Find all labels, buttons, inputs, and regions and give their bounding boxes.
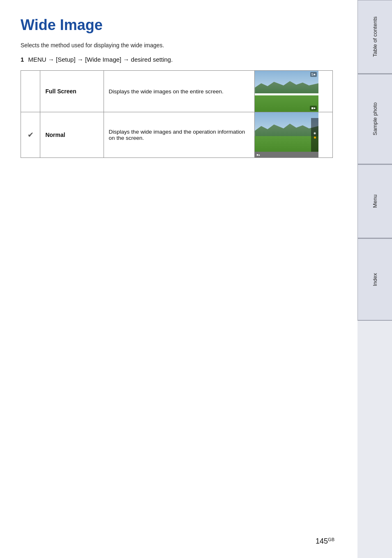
main-content: Wide Image Selects the method used for d… [0, 0, 357, 558]
row-img-full-screen: 5● ■● [255, 71, 333, 112]
settings-table: Full Screen Displays the wide images on … [21, 70, 333, 158]
field-layer [255, 95, 318, 112]
table-row: Full Screen Displays the wide images on … [21, 71, 333, 112]
sidebar: Table of contents Sample photo Menu Inde… [357, 0, 392, 558]
indicator-top: 5● [310, 72, 317, 77]
row-desc-full-screen: Displays the wide images on the entire s… [104, 71, 255, 112]
row-img-normal: 5● ◉ ■● [255, 112, 333, 158]
sidebar-tab-label-toc: Table of contents [369, 12, 381, 62]
page-number-area: 145GB [316, 537, 334, 546]
camera-preview-full: 5● ■● [255, 71, 318, 112]
page-number: 145 [316, 537, 328, 545]
row-label-normal: Normal [40, 112, 104, 158]
hud-right-icon: ◉ [314, 132, 316, 135]
step-number: 1 [21, 56, 24, 63]
hud-bottom-bar: ■● [255, 152, 318, 157]
row-label-full-screen: Full Screen [40, 71, 104, 112]
sidebar-tab-index[interactable]: Index [357, 238, 392, 321]
row-desc-normal: Displays the wide images and the operati… [104, 112, 255, 158]
sidebar-tab-menu[interactable]: Menu [357, 164, 392, 238]
table-row: ✔ Normal Displays the wide images and th… [21, 112, 333, 158]
sidebar-tab-label-index: Index [369, 268, 381, 291]
indicator-bottom: ■● [310, 106, 317, 111]
instruction-text: 1 MENU → [Setup] → [Wide Image] → desire… [21, 56, 337, 63]
page-subtitle: Selects the method used for displaying t… [21, 42, 337, 49]
page-title: Wide Image [21, 16, 337, 34]
row-icon-normal: ✔ [21, 112, 40, 158]
camera-preview-normal: 5● ◉ ■● [255, 112, 318, 157]
sidebar-tab-label-sample: Sample photo [369, 97, 381, 140]
hud-bottom-text: ■● [256, 153, 260, 156]
row-icon-full-screen [21, 71, 40, 112]
sidebar-spacer [357, 321, 392, 558]
field-layer [255, 136, 318, 152]
hud-dot [314, 137, 316, 139]
sidebar-tab-label-menu: Menu [369, 190, 381, 213]
page-suffix: GB [328, 537, 334, 542]
instruction-content: MENU → [Setup] → [Wide Image] → desired … [28, 56, 173, 63]
hud-right-bar: ◉ [311, 118, 318, 152]
sidebar-tab-sample-photo[interactable]: Sample photo [357, 74, 392, 164]
sidebar-tab-table-of-contents[interactable]: Table of contents [357, 0, 392, 74]
